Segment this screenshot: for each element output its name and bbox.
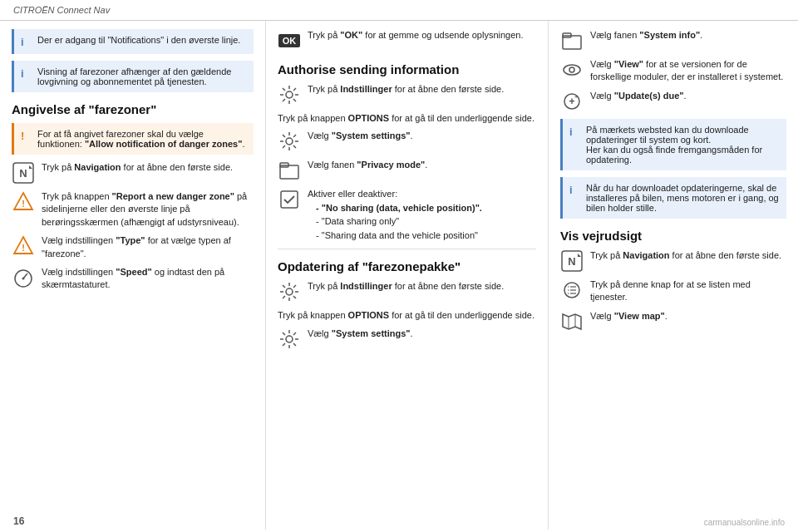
section4-step2-text: Tryk på denne knap for at se listen med … [590,278,786,304]
section4-step2: Tryk på denne knap for at se listen med … [560,278,786,304]
svg-line-38 [293,285,296,288]
right-step1: Vælg fanen "System info". [560,29,786,52]
nav-icon: N [12,161,35,185]
gear-icon-2 [278,130,301,153]
svg-marker-58 [578,254,581,257]
section4-step3: Vælg "View map". [560,310,786,333]
section4-step1: N Tryk på Navigation for at åbne den før… [560,249,786,273]
svg-line-37 [293,296,296,298]
middle-column: OK Tryk på "OK" for at gemme og udsende … [266,21,549,530]
list-item-3: "Sharing data and the vehicle position" [316,229,536,243]
svg-line-16 [293,99,296,101]
info-icon-4: i [569,184,581,196]
eye-icon [560,58,584,81]
section3-step1: Tryk på Indstillinger for at åbne den fø… [278,280,536,303]
svg-point-40 [286,336,293,342]
svg-line-25 [293,145,296,148]
info-box-2: i Visning af farezoner afhænger af den g… [12,61,254,92]
gear-icon-4 [278,328,301,351]
svg-line-46 [293,343,296,346]
svg-line-48 [283,343,285,346]
step-navigation-text: Tryk på Navigation for at åbne den først… [42,161,254,174]
triangle-icon-2: ! [12,234,35,258]
svg-line-26 [293,135,296,137]
right-step2: Vælg "View" for at se versionen for de f… [560,58,786,84]
section2-step2-text: Vælg "System settings". [308,130,536,142]
section2-step4-text: Aktiver eller deaktiver: "No sharing (da… [308,188,536,242]
section3-step2: Vælg "System settings". [278,328,536,351]
step-navigation: N Tryk på Navigation for at åbne den før… [12,161,254,185]
section-authorise-title: Authorise sending information [278,62,536,76]
section2-options-text: Tryk på knappen OPTIONS for at gå til de… [278,112,536,125]
triangle-icon-1: ! [12,190,35,214]
right-info-box-1: i På mærkets websted kan du downloade op… [560,119,786,170]
step-speed-text: Vælg indstillingen "Speed" og indtast de… [42,266,254,292]
svg-point-10 [286,91,293,98]
svg-line-18 [283,99,285,101]
svg-point-31 [286,288,293,295]
svg-point-51 [564,65,580,75]
step-type-text: Vælg indstillingen "Type" for at vælge t… [42,234,254,260]
svg-line-24 [283,135,285,137]
header-title: CITROËN Connect Nav [13,5,110,15]
page-number: 16 [13,515,24,527]
section2-step3-text: Vælg fanen "Privacy mode". [308,159,536,171]
svg-line-47 [293,332,296,335]
svg-text:!: ! [22,243,25,253]
folder-tab-icon-2 [560,29,584,52]
list-icon [560,278,584,302]
section4-step3-text: Vælg "View map". [590,310,786,323]
right-info-text-1: På mærkets websted kan du downloade opda… [586,125,780,165]
ok-icon: OK [278,29,301,52]
section3-step1-text: Tryk på Indstillinger for at åbne den fø… [308,280,536,293]
info-text-1: Der er adgang til "Notifications" i den … [37,35,240,45]
svg-marker-66 [563,314,581,329]
info-text-2: Visning af farezoner afhænger af den gæl… [37,66,247,86]
speedometer-icon [12,266,35,289]
ok-step: OK Tryk på "OK" for at gemme og udsende … [278,29,536,52]
warning-text-1: For at få angivet farezoner skal du vælg… [37,129,247,149]
warning-icon-1: ! [21,130,32,142]
watermark: carmanualsonline.info [704,518,785,527]
svg-point-9 [22,277,25,279]
svg-line-27 [283,145,285,148]
info-icon-1: i [21,36,32,48]
svg-line-17 [293,88,296,91]
right-step3: + + Vælg "Update(s) due". [560,90,786,113]
gear-icon-1 [278,83,301,106]
warning-box-1: ! For at få angivet farezoner skal du væ… [12,123,254,155]
svg-line-15 [283,88,285,91]
nav-icon-2: N [560,249,584,273]
svg-marker-2 [29,165,32,169]
gear-icon-3 [278,280,301,303]
map-icon [560,310,584,333]
info-box-1: i Der er adgang til "Notifications" i de… [12,29,254,54]
step-report-danger: ! Tryk på knappen "Report a new danger z… [12,190,254,229]
section3-step2-text: Vælg "System settings". [308,328,536,340]
right-info-text-2: Når du har downloadet opdateringerne, sk… [586,183,780,213]
right-step2-text: Vælg "View" for at se versionen for de f… [590,58,786,84]
section4-step1-text: Tryk på Navigation for at åbne den først… [590,249,786,262]
section2-step1: Tryk på Indstillinger for at åbne den fø… [278,83,536,106]
section-farezoner-title: Angivelse af "farezoner" [12,102,254,116]
right-info-box-2: i Når du har downloadet opdateringerne, … [560,177,786,219]
left-column: i Der er adgang til "Notifications" i de… [0,21,266,530]
info-icon-3: i [569,126,581,138]
section-opdatering-title: Opdatering af "farezonepakke" [278,259,536,273]
ok-step-text: Tryk på "OK" for at gemme og udsende opl… [308,29,536,42]
section-vejrudsigt-title: Vis vejrudsigt [560,229,786,243]
section2-step1-text: Tryk på Indstillinger for at åbne den fø… [308,83,536,96]
right-column: Vælg fanen "System info". Vælg "View" fo… [549,21,798,530]
section2-step2: Vælg "System settings". [278,130,536,153]
svg-rect-30 [281,191,298,208]
folder-tab-icon [278,159,301,182]
checkbox-icon [278,188,301,211]
section2-step4: Aktiver eller deaktiver: "No sharing (da… [278,188,536,242]
svg-text:N: N [568,255,575,268]
right-step3-text: Vælg "Update(s) due". [590,90,786,102]
svg-text:N: N [19,167,27,180]
list-item-2: "Data sharing only" [316,214,536,229]
svg-point-19 [286,138,293,145]
page-header: CITROËN Connect Nav [0,0,798,21]
step-report-danger-text: Tryk på knappen "Report a new danger zon… [42,190,254,229]
